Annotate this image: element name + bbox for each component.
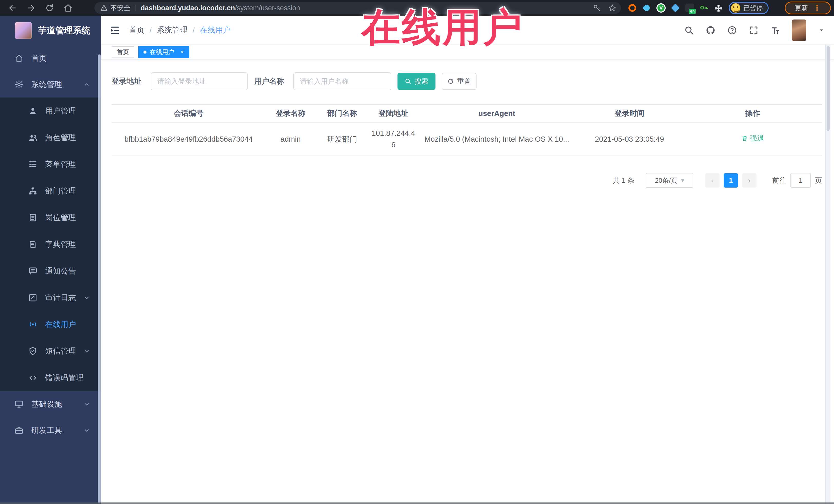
breadcrumb-home[interactable]: 首页 [129, 25, 145, 36]
browser-update-button[interactable]: 更新 ⋮ [785, 2, 831, 14]
help-icon[interactable] [727, 25, 737, 35]
app-title: 芋道管理系统 [38, 25, 90, 37]
sidebar-item-dict-mgmt[interactable]: 字典管理 [0, 231, 101, 258]
edit-icon [28, 293, 38, 302]
browser-back-icon[interactable] [8, 3, 18, 13]
breadcrumb-separator: / [193, 26, 195, 35]
prev-page-button[interactable]: ‹ [705, 173, 720, 188]
col-username: 登录名称 [266, 108, 316, 118]
cell-dept: 研发部门 [316, 133, 369, 145]
chevron-down-icon [83, 347, 91, 355]
extensions-puzzle-icon[interactable] [714, 3, 723, 13]
sidebar-item-notice[interactable]: 通知公告 [0, 258, 101, 284]
url-text[interactable]: dashboard.yudao.iocoder.cn/system/user-s… [140, 4, 300, 12]
table-row: bfbb1ab79ba849e49fb26ddb56a73044 admin 研… [112, 123, 822, 156]
page-1-button[interactable]: 1 [724, 173, 738, 188]
login-address-label: 登录地址 [112, 76, 141, 86]
extension-blue-drop-icon[interactable] [642, 3, 652, 13]
sidebar-item-error-code[interactable]: 错误码管理 [0, 365, 101, 391]
hamburger-icon[interactable] [110, 25, 120, 36]
page-size-select[interactable]: 20条/页 ▾ [646, 173, 694, 188]
filter-form: 登录地址 用户名称 搜索 重置 [112, 72, 834, 90]
shield-check-icon [28, 346, 38, 356]
browser-profile-chip[interactable]: 已暂停 [729, 2, 769, 14]
username-input[interactable] [293, 72, 391, 90]
security-label[interactable]: 不安全 [110, 4, 130, 13]
sidebar-item-sms-mgmt[interactable]: 短信管理 [0, 338, 101, 365]
close-icon[interactable]: × [180, 49, 184, 55]
sidebar-item-role-mgmt[interactable]: 角色管理 [0, 124, 101, 151]
org-tree-icon [28, 186, 38, 196]
breadcrumb-current: 在线用户 [200, 25, 231, 36]
not-secure-icon[interactable] [100, 4, 108, 12]
address-bar[interactable]: 不安全 dashboard.yudao.iocoder.cn/system/us… [94, 2, 621, 14]
password-key-icon[interactable] [593, 4, 601, 12]
col-ip: 登陆地址 [369, 108, 418, 118]
sidebar-item-dept-mgmt[interactable]: 部门管理 [0, 178, 101, 204]
tab-home[interactable]: 首页 [112, 46, 134, 58]
col-dept: 部门名称 [316, 108, 369, 118]
user-icon [28, 106, 38, 115]
scrollbar-thumb[interactable] [827, 46, 830, 131]
font-size-icon[interactable] [770, 25, 780, 35]
sidebar-scrollbar[interactable] [98, 54, 101, 503]
tab-online-users[interactable]: 在线用户 × [138, 46, 189, 58]
profile-status-label: 已暂停 [743, 4, 763, 12]
search-icon[interactable] [684, 25, 694, 35]
url-domain: dashboard.yudao.iocoder.cn [140, 4, 235, 12]
login-address-input[interactable] [151, 72, 248, 90]
sidebar-item-system[interactable]: 系统管理 [0, 71, 101, 97]
chevron-down-icon [83, 426, 91, 434]
breadcrumb-separator: / [150, 26, 152, 35]
badge-icon [28, 213, 38, 222]
browser-reload-icon[interactable] [45, 3, 54, 13]
gear-icon [14, 80, 24, 89]
cell-session-id: bfbb1ab79ba849e49fb26ddb56a73044 [112, 133, 266, 145]
bookmark-star-icon[interactable] [608, 4, 616, 12]
extension-green-v-icon[interactable]: V [656, 3, 666, 13]
browser-forward-icon[interactable] [26, 3, 36, 13]
sidebar: 芋道管理系统 首页 系统管理 用户管理 角色管理 菜单管理 [0, 16, 101, 504]
home-icon [14, 53, 24, 63]
extension-green-key-icon[interactable] [699, 3, 709, 13]
extension-blue-gem-icon[interactable] [671, 3, 680, 13]
url-path: /system/user-session [235, 4, 300, 12]
sidebar-item-audit-log[interactable]: 审计日志 [0, 284, 101, 311]
browser-menu-kebab-icon[interactable]: ⋮ [813, 4, 821, 12]
page-scrollbar[interactable] [825, 45, 830, 504]
next-page-button[interactable]: › [742, 173, 756, 188]
search-button[interactable]: 搜索 [397, 73, 436, 90]
sidebar-logo-row[interactable]: 芋道管理系统 [0, 16, 101, 45]
system-submenu: 用户管理 角色管理 菜单管理 部门管理 岗位管理 字典管理 [0, 97, 101, 391]
extension-translate-icon[interactable]: en [685, 3, 695, 13]
user-avatar[interactable] [792, 20, 806, 41]
col-login-time: 登录时间 [576, 108, 683, 118]
goto-page-input[interactable] [790, 173, 811, 188]
sidebar-item-online-users[interactable]: 在线用户 [0, 311, 101, 338]
sidebar-item-user-mgmt[interactable]: 用户管理 [0, 97, 101, 124]
sidebar-item-menu-mgmt[interactable]: 菜单管理 [0, 151, 101, 178]
chevron-up-icon [83, 81, 91, 88]
list-icon [28, 160, 38, 169]
github-icon[interactable] [706, 25, 716, 35]
goto-label: 前往 [772, 176, 786, 185]
fullscreen-icon[interactable] [749, 25, 759, 35]
sidebar-item-dev-tools[interactable]: 研发工具 [0, 417, 101, 443]
extension-orange-ring-icon[interactable] [628, 3, 637, 13]
browser-home-icon[interactable] [63, 3, 73, 13]
main-content: 登录地址 用户名称 搜索 重置 会话编号 登录名称 部门名称 登陆地址 use [101, 60, 834, 504]
reset-button[interactable]: 重置 [442, 73, 477, 90]
chat-icon [28, 266, 38, 276]
trash-icon [741, 135, 748, 141]
active-tab-dot [144, 50, 147, 53]
col-session-id: 会话编号 [112, 108, 266, 118]
sidebar-item-post-mgmt[interactable]: 岗位管理 [0, 204, 101, 231]
cell-actions: 强退 [683, 133, 822, 145]
avatar-caret-down-icon[interactable] [818, 27, 825, 34]
breadcrumb-system[interactable]: 系统管理 [157, 25, 188, 36]
top-navbar: 首页 / 系统管理 / 在线用户 [101, 16, 834, 45]
username-label: 用户名称 [254, 76, 284, 86]
force-logout-button[interactable]: 强退 [741, 133, 764, 144]
sidebar-item-infrastructure[interactable]: 基础设施 [0, 391, 101, 417]
sidebar-item-home[interactable]: 首页 [0, 45, 101, 71]
